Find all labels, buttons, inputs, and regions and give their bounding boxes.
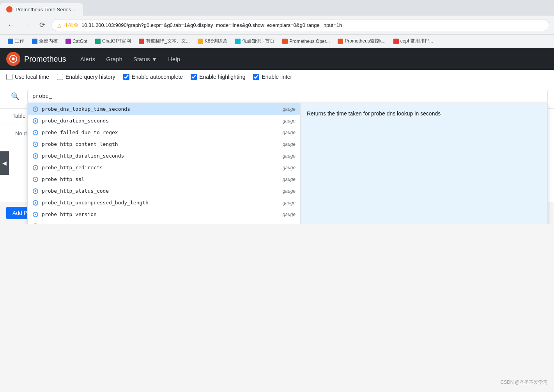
bookmark-label: 工作 — [15, 38, 24, 44]
gauge-type-icon — [32, 188, 39, 194]
use-local-time-toggle[interactable]: Use local time — [6, 74, 49, 80]
autocomplete-item[interactable]: probe_failed_due_to_regex gauge — [28, 127, 300, 138]
gauge-type-icon — [32, 165, 39, 171]
bookmark-favicon — [338, 39, 343, 44]
enable-linter-label: Enable linter — [262, 74, 292, 80]
query-input-row: 🔍 probe_dns_lookup_time_seconds — [6, 89, 548, 104]
address-bar[interactable]: △ 不安全 10.31.200.103:9090/graph?g0.expr=&… — [51, 19, 549, 31]
autocomplete-item[interactable]: probe_http_ssl gauge — [28, 174, 300, 185]
bookmark-item[interactable]: CatGpt — [62, 37, 90, 46]
nav-items: Alerts Graph Status ▼ Help — [76, 53, 185, 66]
browser-chrome: Prometheus Time Series ... ← → ⟳ △ 不安全 1… — [0, 0, 554, 48]
enable-query-history-label: Enable query history — [65, 74, 115, 80]
metric-type-badge — [33, 200, 38, 206]
query-input[interactable] — [27, 90, 548, 103]
metric-type-badge — [33, 153, 38, 159]
name-suffix: dns_lookup_time_seconds — [60, 106, 130, 112]
url-text: 10.31.200.103:9090/graph?g0.expr=&g0.tab… — [81, 22, 543, 28]
item-metric-type: gauge — [283, 223, 296, 224]
name-suffix: duration_seconds — [60, 118, 109, 124]
bookmark-label: Prometheus Oper... — [289, 39, 330, 44]
enable-query-history-checkbox[interactable] — [57, 74, 63, 80]
autocomplete-item[interactable]: probe_http_duration_seconds gauge — [28, 150, 300, 162]
bookmark-favicon — [139, 39, 144, 44]
autocomplete-item[interactable]: probe_http_content_length gauge — [28, 138, 300, 150]
bookmark-item[interactable]: 优点知识 - 首页 — [232, 36, 278, 46]
browser-tab[interactable]: Prometheus Time Series ... — [0, 3, 83, 16]
gauge-type-icon — [32, 223, 39, 224]
use-local-time-label: Use local time — [15, 74, 49, 80]
nav-item-status-label: Status — [133, 56, 150, 62]
browser-tabs-bar: Prometheus Time Series ... — [0, 0, 554, 16]
nav-item-status[interactable]: Status ▼ — [129, 53, 162, 66]
autocomplete-item[interactable]: probe_icmp_duration_seconds gauge — [28, 220, 300, 224]
gauge-type-icon — [32, 153, 39, 159]
item-metric-name: probe_failed_due_to_regex — [42, 129, 283, 136]
reload-button[interactable]: ⟳ — [36, 19, 48, 31]
item-metric-type: gauge — [283, 165, 296, 170]
item-metric-name: probe_http_uncompressed_body_length — [42, 200, 283, 206]
bookmark-item[interactable]: 全部内核 — [29, 36, 61, 46]
item-metric-type: gauge — [283, 130, 296, 135]
enable-highlighting-checkbox[interactable] — [191, 74, 197, 80]
item-metric-name: probe_icmp_duration_seconds — [42, 223, 283, 224]
enable-query-history-toggle[interactable]: Enable query history — [57, 74, 115, 80]
item-metric-name: probe_http_ssl — [42, 176, 283, 183]
gauge-type-icon — [32, 176, 39, 183]
bookmark-item[interactable]: Prometheus Oper... — [279, 37, 333, 46]
search-icon: 🔍 — [11, 92, 19, 101]
autocomplete-item[interactable]: probe_http_uncompressed_body_length gaug… — [28, 197, 300, 209]
bookmark-label: CatGpt — [73, 39, 87, 44]
bookmark-label: ceph常用排排... — [400, 38, 433, 44]
settings-bar: Use local time Enable query history Enab… — [0, 70, 554, 84]
bookmark-favicon — [32, 39, 37, 44]
app-logo: Prometheus — [6, 52, 66, 66]
bookmark-label: Prometheus监控k... — [345, 38, 386, 44]
gauge-type-icon — [32, 106, 39, 112]
status-dropdown-icon: ▼ — [151, 56, 157, 62]
collapse-panel-button[interactable]: ◀ — [0, 151, 9, 175]
enable-highlighting-toggle[interactable]: Enable highlighting — [191, 74, 245, 80]
enable-highlighting-label: Enable highlighting — [199, 74, 245, 80]
enable-linter-checkbox[interactable] — [253, 74, 259, 80]
name-prefix: probe_ — [42, 118, 60, 124]
enable-autocomplete-checkbox[interactable] — [123, 74, 129, 80]
nav-item-graph[interactable]: Graph — [101, 53, 127, 66]
main-navigation: Prometheus Alerts Graph Status ▼ Help — [0, 48, 554, 70]
bookmark-item[interactable]: ChatGPT官网 — [92, 36, 134, 46]
bookmark-favicon — [95, 39, 101, 44]
autocomplete-item[interactable]: probe_http_version gauge — [28, 209, 300, 220]
bookmark-item[interactable]: 有道翻译_文本、文... — [136, 36, 193, 46]
autocomplete-item[interactable]: probe_http_redirects gauge — [28, 162, 300, 174]
metric-type-badge — [33, 188, 38, 194]
bookmark-item[interactable]: ceph常用排排... — [390, 36, 436, 46]
search-icon-box: 🔍 — [6, 89, 24, 104]
autocomplete-item[interactable]: probe_http_status_code gauge — [28, 185, 300, 197]
bookmark-item[interactable]: 工作 — [5, 36, 27, 46]
metric-type-badge — [33, 130, 38, 135]
tab-title: Prometheus Time Series ... — [16, 7, 77, 12]
metric-type-badge — [33, 177, 38, 182]
autocomplete-item[interactable]: probe_dns_lookup_time_seconds gauge — [28, 103, 300, 115]
gauge-type-icon — [32, 200, 39, 206]
bookmark-item[interactable]: K8S训练营 — [195, 36, 231, 46]
enable-linter-toggle[interactable]: Enable linter — [253, 74, 292, 80]
bookmark-label: 全部内核 — [39, 38, 58, 44]
logo-icon — [6, 52, 20, 66]
bookmark-item[interactable]: Prometheus监控k... — [335, 36, 389, 46]
autocomplete-item[interactable]: probe_duration_seconds gauge — [28, 115, 300, 127]
item-metric-name: probe_dns_lookup_time_seconds — [42, 106, 283, 112]
metric-type-badge — [33, 106, 38, 112]
item-metric-type: gauge — [283, 142, 296, 147]
forward-button[interactable]: → — [20, 19, 33, 31]
bookmark-favicon — [393, 39, 399, 44]
enable-autocomplete-toggle[interactable]: Enable autocomplete — [123, 74, 183, 80]
nav-item-alerts[interactable]: Alerts — [76, 53, 100, 66]
autocomplete-list: probe_dns_lookup_time_seconds gauge prob… — [28, 103, 301, 224]
nav-item-help[interactable]: Help — [163, 53, 185, 66]
item-metric-type: gauge — [283, 188, 296, 194]
item-metric-name: probe_duration_seconds — [42, 118, 283, 124]
use-local-time-checkbox[interactable] — [6, 74, 12, 80]
back-button[interactable]: ← — [5, 19, 17, 31]
bookmark-favicon — [282, 39, 288, 44]
